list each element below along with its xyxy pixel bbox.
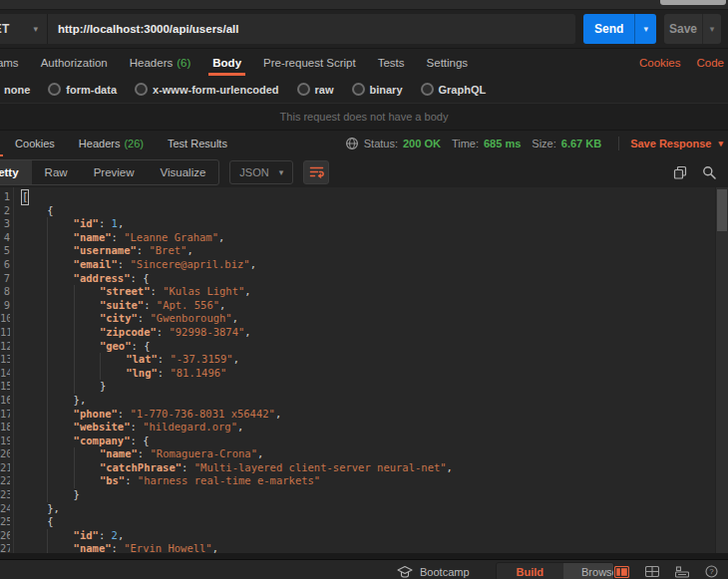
save-button[interactable]: Save ▾	[664, 14, 721, 44]
radio-icon	[297, 83, 310, 96]
tab-body[interactable]: Body	[201, 49, 252, 76]
layout-panes-icon	[645, 566, 659, 577]
copy-button[interactable]	[673, 165, 687, 179]
line-number: 16	[0, 394, 10, 408]
code-line: 9 "suite": "Apt. 556",	[0, 299, 728, 313]
body-type-urlencoded[interactable]: x-www-form-urlencoded	[135, 83, 279, 96]
body-type-form-data[interactable]: form-data	[48, 83, 117, 96]
tab-tests[interactable]: Tests	[367, 49, 416, 76]
two-pane-icon	[614, 566, 629, 578]
status-label: Status:	[364, 138, 398, 149]
method-label: GET	[0, 22, 10, 36]
code-line: 22 "bs": "harness real-time e-markets"	[0, 474, 728, 488]
format-label: JSON	[239, 166, 268, 178]
tab-authorization[interactable]: Authorization	[30, 49, 119, 76]
code-line: 21 "catchPhrase": "Multi-layered client-…	[0, 461, 728, 475]
help-button[interactable]: ?	[705, 565, 718, 578]
code-line: 2 {	[0, 204, 728, 218]
window-tab-fragment	[660, 0, 726, 5]
size-badge: 6.67 KB	[561, 138, 601, 149]
tab-label: Headers	[130, 57, 173, 69]
line-number: 24	[0, 502, 10, 516]
chevron-down-icon: ▾	[279, 167, 284, 177]
resp-tab-label: Cookies	[15, 138, 55, 149]
console-icon	[675, 566, 689, 578]
divider	[618, 137, 619, 150]
scrollbar-thumb[interactable]	[717, 189, 727, 231]
status-badge: 200 OK	[403, 138, 441, 149]
code-line: 1[	[0, 190, 728, 204]
browse-tab[interactable]: Browse	[563, 563, 614, 579]
resp-tab-label: Headers	[79, 138, 121, 149]
body-type-binary[interactable]: binary	[352, 83, 403, 96]
mode-preview[interactable]: Preview	[81, 160, 148, 184]
help-icon: ?	[705, 565, 718, 578]
code-area[interactable]: 1[2 {3 "id": 1,4 "name": "Leanne Graham"…	[0, 187, 728, 553]
send-button[interactable]: Send ▾	[583, 14, 656, 44]
code-line: 13 "lat": "-37.3159",	[0, 353, 728, 367]
url-input[interactable]: http://localhost:3000/api/users/all	[48, 23, 239, 35]
line-number: 27	[0, 542, 10, 553]
code-line: 16 },	[0, 394, 728, 408]
body-type-label: GraphQL	[439, 84, 487, 96]
resp-tab-cookies[interactable]: Cookies	[3, 131, 67, 156]
line-number: 21	[0, 461, 10, 475]
tab-settings[interactable]: Settings	[416, 49, 480, 76]
layout-panes-button[interactable]	[645, 566, 659, 577]
code-line: 11 "zipcode": "92998-3874",	[0, 326, 728, 340]
line-number: 3	[0, 217, 10, 231]
mode-raw[interactable]: Raw	[32, 160, 81, 184]
editor-scrollbar[interactable]	[715, 187, 728, 553]
radio-icon	[421, 83, 434, 96]
graduation-cap-icon	[397, 566, 413, 578]
line-number: 11	[0, 326, 10, 340]
code-line: 26 "id": 2,	[0, 529, 728, 543]
code-line: 19 "company": {	[0, 434, 728, 448]
time-badge: 685 ms	[484, 138, 521, 149]
time-label: Time:	[452, 138, 479, 149]
code-link[interactable]: Code	[697, 57, 725, 69]
body-type-label: binary	[370, 84, 403, 96]
method-selector[interactable]: GET ▾	[0, 14, 48, 44]
chevron-down-icon: ▾	[718, 139, 723, 148]
tab-params[interactable]: Params	[0, 49, 30, 76]
search-button[interactable]	[702, 165, 716, 179]
mode-label: Visualize	[161, 166, 206, 178]
code-line: 12 "geo": {	[0, 340, 728, 354]
code-line: 6 "email": "Sincere@april.biz",	[0, 258, 728, 272]
code-line: 14 "lng": "81.1496"	[0, 367, 728, 381]
tab-headers[interactable]: Headers(6)	[119, 49, 202, 76]
send-options-caret[interactable]: ▾	[634, 14, 656, 44]
response-body-editor[interactable]: 1[2 {3 "id": 1,4 "name": "Leanne Graham"…	[0, 187, 728, 553]
body-type-graphql[interactable]: GraphQL	[421, 83, 487, 96]
code-line: 8 "street": "Kulas Light",	[0, 285, 728, 299]
wrap-lines-button[interactable]	[303, 160, 329, 184]
code-line: 3 "id": 1,	[0, 217, 728, 231]
console-button[interactable]	[675, 566, 689, 578]
body-type-none[interactable]: none	[0, 83, 30, 96]
two-pane-view-button[interactable]	[614, 566, 629, 578]
mode-visualize[interactable]: Visualize	[148, 160, 219, 184]
tab-pre-request-script[interactable]: Pre-request Script	[252, 49, 367, 76]
format-select[interactable]: JSON ▾	[229, 160, 293, 184]
tab-label: Params	[0, 57, 19, 69]
resp-tab-test-results[interactable]: Test Results	[156, 131, 239, 156]
line-number: 18	[0, 421, 10, 434]
resp-tab-headers[interactable]: Headers(26)	[67, 131, 156, 156]
no-body-notice: This request does not have a body	[0, 103, 728, 131]
body-type-raw[interactable]: raw	[297, 83, 334, 96]
build-tab[interactable]: Build	[497, 563, 564, 579]
cookies-link[interactable]: Cookies	[639, 57, 681, 69]
mode-pretty[interactable]: Pretty	[0, 160, 32, 184]
network-globe-icon[interactable]	[345, 137, 359, 150]
size-label: Size:	[532, 138, 555, 149]
response-view-bar: Pretty Raw Preview Visualize JSON ▾	[0, 156, 728, 187]
bootcamp-button[interactable]: Bootcamp	[397, 566, 470, 578]
save-options-caret[interactable]: ▾	[702, 14, 721, 44]
line-number: 7	[0, 272, 10, 286]
svg-text:?: ?	[709, 567, 714, 576]
save-response-button[interactable]: Save Response ▾	[630, 138, 723, 149]
line-number: 4	[0, 231, 10, 245]
mode-label: Pretty	[0, 166, 19, 178]
code-line: 10 "city": "Gwenborough",	[0, 312, 728, 326]
